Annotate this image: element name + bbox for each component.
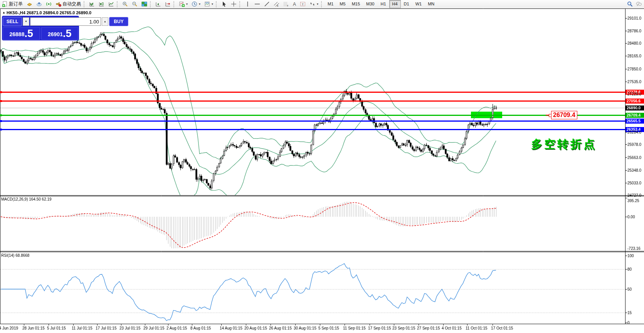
svg-text:T: T	[302, 3, 304, 6]
cursor-button[interactable]	[219, 0, 229, 8]
market-cube-icon	[27, 1, 32, 7]
one-click-trading-panel: SELL ▼ ▲ BUY 26888 .5 26901 .5	[2, 16, 79, 40]
signals-icon	[46, 1, 52, 7]
timeframe-h4[interactable]: H4	[389, 0, 401, 8]
chat-icon[interactable]	[636, 1, 642, 7]
chart-shift-button[interactable]	[163, 0, 173, 8]
horizontal-line-icon	[254, 1, 260, 7]
symbol-name: HK50-,H4	[7, 10, 25, 15]
sell-price-main: 26888	[10, 30, 25, 39]
timeframe-m1[interactable]: M1	[325, 0, 336, 8]
line-chart-icon	[108, 1, 114, 7]
trendline-button[interactable]	[262, 0, 272, 8]
trendline-icon	[264, 1, 270, 7]
equidistant-channel-button[interactable]: E	[272, 0, 281, 8]
periods-caret: ▾	[199, 2, 200, 6]
toolbar-separator	[239, 1, 242, 7]
chart-shift-icon	[165, 1, 171, 7]
zoom-in-icon	[122, 1, 128, 7]
toolbar-separator	[321, 1, 324, 7]
candlestick-chart-button[interactable]	[97, 0, 106, 8]
templates-caret: ▾	[212, 2, 213, 6]
text-label-icon: T	[300, 1, 306, 7]
toolbar-separator	[84, 1, 86, 7]
fibonacci-icon: F	[283, 1, 289, 7]
macd-label: MACD(12,26,9) 164.50 62.19	[1, 197, 52, 201]
candlestick-chart-icon	[99, 1, 104, 7]
buy-price[interactable]: 26901 .5	[41, 27, 79, 40]
new-order-label: 新订单	[9, 1, 23, 7]
horizontal-line-button[interactable]	[252, 0, 262, 8]
tile-windows-icon	[141, 1, 147, 7]
bar-chart-icon	[89, 1, 95, 7]
price-tag-annotation[interactable]: 26709.4	[551, 111, 577, 119]
crosshair-icon	[231, 1, 237, 7]
volume-input[interactable]	[30, 17, 101, 26]
turning-point-annotation[interactable]: 多空转折点	[531, 137, 597, 152]
volume-down-button[interactable]: ▼	[23, 17, 29, 26]
line-chart-button[interactable]	[106, 0, 116, 8]
buy-price-main: 26901	[48, 30, 63, 39]
search-icon[interactable]	[627, 1, 633, 7]
timeframe-w1[interactable]: W1	[412, 0, 425, 8]
arrows-caret: ▾	[317, 2, 318, 6]
toolbar-separator	[150, 1, 153, 7]
chart-window: 27278.627056.626709.426565.526353.426890…	[0, 8, 644, 333]
svg-text:E: E	[277, 5, 279, 7]
sell-price-big: .5	[24, 28, 33, 39]
timeframe-m30[interactable]: M30	[363, 0, 377, 8]
indicators-icon	[179, 1, 185, 7]
zoom-in-button[interactable]	[120, 0, 130, 8]
text-tool-glyph: A	[293, 2, 296, 7]
toolbar-separator	[117, 1, 119, 7]
templates-button[interactable]: ▾	[202, 0, 215, 8]
autotrading-button[interactable]: 自动交易	[54, 0, 83, 8]
panel-collapse-icon[interactable]: ▲	[2, 11, 5, 14]
auto-scroll-button[interactable]	[153, 0, 163, 8]
new-order-button[interactable]: 新订单	[0, 0, 25, 8]
signals-button[interactable]	[44, 0, 54, 8]
timeframe-m5[interactable]: M5	[336, 0, 348, 8]
crosshair-button[interactable]	[229, 0, 239, 8]
rsi-label: RSI(14) 68.8668	[1, 253, 29, 258]
text-label-button[interactable]: T	[298, 0, 308, 8]
timeframe-m15[interactable]: M15	[349, 0, 363, 8]
text-button[interactable]: A	[291, 0, 298, 8]
vertical-line-icon	[245, 1, 251, 7]
equidistant-channel-icon: E	[274, 1, 279, 7]
sell-button[interactable]: SELL	[3, 17, 22, 26]
buy-price-big: .5	[63, 28, 72, 39]
volume-up-button[interactable]: ▲	[102, 17, 108, 26]
toolbar-separator	[216, 1, 219, 7]
zoom-out-button[interactable]	[130, 0, 140, 8]
community-button[interactable]	[34, 0, 44, 8]
symbol-ohlc-line: ▲ HK50-,H4 26871.0 26894.0 26765.0 26890…	[2, 10, 91, 15]
timeframe-h1[interactable]: H1	[377, 0, 389, 8]
vertical-line-button[interactable]	[243, 0, 252, 8]
arrows-icon	[309, 1, 315, 7]
buy-button[interactable]: BUY	[109, 17, 128, 26]
bar-chart-button[interactable]	[87, 0, 97, 8]
clock-icon	[192, 1, 197, 7]
timeframe-d1[interactable]: D1	[401, 0, 412, 8]
indicators-button[interactable]: ▾	[177, 0, 190, 8]
tile-windows-button[interactable]	[140, 0, 149, 8]
ohlc-values: 26871.0 26894.0 26765.0 26890.0	[27, 10, 91, 15]
mt4-window: 新订单 自动交易 ▾ ▾ ▾	[0, 0, 644, 333]
auto-scroll-icon	[155, 1, 161, 7]
main-toolbar: 新订单 自动交易 ▾ ▾ ▾	[0, 0, 644, 8]
autotrading-icon	[55, 1, 61, 7]
arrows-button[interactable]: ▾	[308, 0, 320, 8]
timeframe-mn[interactable]: MN	[425, 0, 437, 8]
candlestick-canvas[interactable]	[0, 8, 644, 333]
sell-price[interactable]: 26888 .5	[3, 27, 40, 40]
autotrading-label: 自动交易	[62, 1, 81, 7]
template-icon	[204, 1, 210, 7]
periods-button[interactable]: ▾	[190, 0, 202, 8]
toolbar-separator	[173, 1, 176, 7]
fibonacci-button[interactable]: F	[281, 0, 291, 8]
market-button[interactable]	[25, 0, 34, 8]
cursor-icon	[221, 1, 227, 7]
community-cloud-icon	[36, 1, 42, 7]
indicators-caret: ▾	[186, 2, 188, 6]
